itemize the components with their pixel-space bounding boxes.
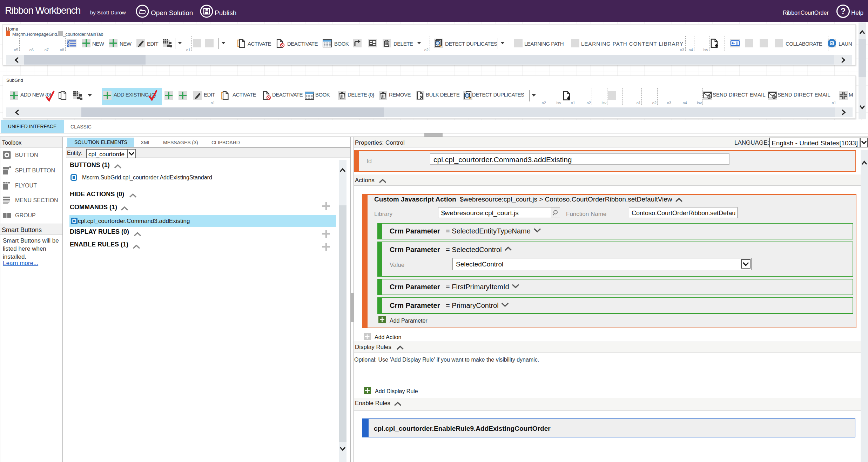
svg-text:?: ? — [841, 6, 846, 16]
